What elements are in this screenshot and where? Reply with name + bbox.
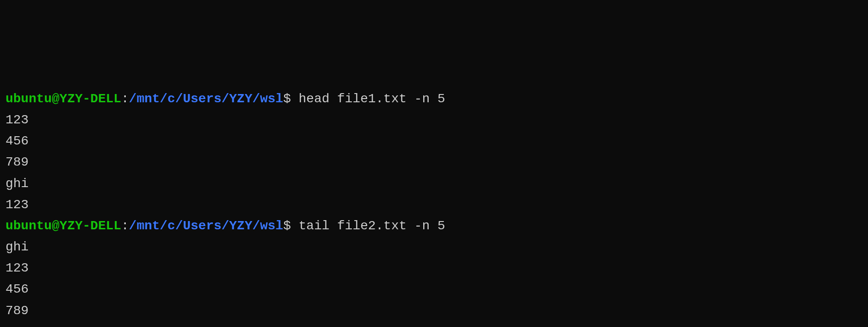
output-line: ghi: [6, 237, 862, 258]
prompt-line-2: ubuntu@YZY-DELL:/mnt/c/Users/YZY/wsl$ ta…: [6, 216, 862, 237]
output-line: 123: [6, 194, 862, 216]
output-line: 123: [6, 110, 862, 131]
terminal-window[interactable]: ubuntu@YZY-DELL:/mnt/c/Users/YZY/wsl$ he…: [6, 89, 862, 327]
prompt-sep: :: [121, 219, 129, 233]
command-1: head file1.txt -n 5: [291, 92, 445, 106]
output-line: ghi: [6, 173, 862, 194]
prompt-dollar: $: [283, 92, 291, 106]
prompt-user: ubuntu@YZY-DELL: [6, 92, 121, 106]
prompt-path: /mnt/c/Users/YZY/wsl: [129, 219, 283, 233]
prompt-sep: :: [121, 92, 129, 106]
output-line: 789: [6, 300, 862, 321]
output-line: 123: [6, 258, 862, 279]
output-line: 456: [6, 279, 862, 300]
output-line: 000: [6, 321, 862, 327]
prompt-user: ubuntu@YZY-DELL: [6, 219, 121, 233]
prompt-path: /mnt/c/Users/YZY/wsl: [129, 92, 283, 106]
output-line: 456: [6, 131, 862, 152]
prompt-line-1: ubuntu@YZY-DELL:/mnt/c/Users/YZY/wsl$ he…: [6, 89, 862, 110]
output-line: 789: [6, 152, 862, 173]
command-2: tail file2.txt -n 5: [291, 219, 445, 233]
prompt-dollar: $: [283, 219, 291, 233]
